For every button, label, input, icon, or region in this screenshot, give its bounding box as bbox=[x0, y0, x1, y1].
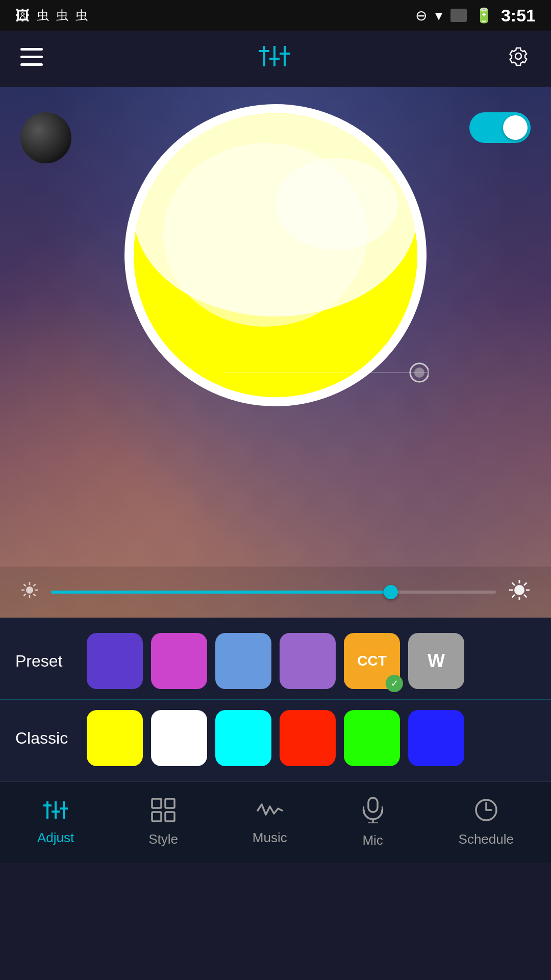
preset-white-w[interactable]: W bbox=[408, 633, 464, 689]
clock: 3:51 bbox=[501, 6, 536, 26]
svg-line-23 bbox=[24, 584, 26, 586]
svg-rect-46 bbox=[368, 798, 378, 812]
status-left-icons: 🖼 虫 虫 虫 bbox=[15, 7, 88, 24]
classic-blue[interactable] bbox=[408, 710, 464, 766]
adjust-label: Adjust bbox=[37, 830, 74, 846]
classic-green[interactable] bbox=[344, 710, 400, 766]
w-label: W bbox=[428, 650, 445, 672]
svg-rect-43 bbox=[165, 799, 174, 808]
minus-icon: ⊖ bbox=[415, 7, 427, 24]
power-toggle[interactable] bbox=[469, 112, 531, 143]
svg-line-34 bbox=[524, 582, 527, 585]
schedule-label: Schedule bbox=[459, 831, 514, 847]
black-sphere-control[interactable] bbox=[20, 112, 71, 163]
battery-icon: 🔋 bbox=[475, 7, 493, 24]
status-bar: 🖼 虫 虫 虫 ⊖ ▾ 🔋 3:51 bbox=[0, 0, 551, 31]
style-icon bbox=[151, 798, 176, 827]
brightness-slider-fill bbox=[51, 591, 398, 594]
adjust-icon bbox=[43, 799, 68, 826]
preset-label: Preset bbox=[15, 652, 77, 671]
svg-line-24 bbox=[34, 594, 36, 596]
brightness-low-icon bbox=[20, 581, 39, 603]
menu-button[interactable] bbox=[20, 46, 43, 71]
svg-point-14 bbox=[276, 158, 398, 250]
svg-point-17 bbox=[414, 368, 424, 378]
color-wheel-svg[interactable] bbox=[122, 102, 429, 408]
svg-line-35 bbox=[512, 595, 515, 598]
settings-button[interactable] bbox=[506, 44, 531, 74]
classic-red[interactable] bbox=[280, 710, 336, 766]
svg-rect-45 bbox=[165, 812, 174, 821]
svg-rect-2 bbox=[20, 63, 43, 66]
preset-magenta[interactable] bbox=[151, 633, 207, 689]
svg-point-27 bbox=[514, 585, 524, 595]
classic-row: Classic bbox=[0, 700, 551, 781]
brightness-slider-thumb[interactable] bbox=[384, 585, 398, 599]
classic-label: Classic bbox=[15, 729, 77, 748]
nav-item-style[interactable]: Style bbox=[138, 793, 188, 852]
top-toolbar bbox=[0, 31, 551, 87]
svg-rect-0 bbox=[20, 48, 43, 51]
preset-row: Preset CCT ✓ W bbox=[0, 618, 551, 700]
bug-icon-3: 虫 bbox=[76, 7, 88, 23]
cct-active-check: ✓ bbox=[386, 675, 403, 692]
equalizer-icon bbox=[259, 43, 290, 74]
status-right-icons: ⊖ ▾ 🔋 3:51 bbox=[415, 6, 536, 26]
cct-label: CCT bbox=[357, 654, 387, 668]
svg-rect-44 bbox=[152, 812, 161, 821]
color-wheel-container[interactable] bbox=[122, 102, 429, 408]
style-label: Style bbox=[148, 831, 178, 847]
schedule-icon bbox=[474, 798, 498, 827]
classic-yellow[interactable] bbox=[87, 710, 143, 766]
wifi-icon: ▾ bbox=[435, 7, 442, 24]
svg-line-26 bbox=[24, 594, 26, 596]
nav-item-mic[interactable]: Mic bbox=[352, 792, 394, 853]
classic-cyan[interactable] bbox=[215, 710, 271, 766]
svg-rect-1 bbox=[20, 56, 43, 58]
sim-icon bbox=[450, 9, 467, 22]
brightness-slider-track[interactable] bbox=[51, 591, 496, 594]
preset-cct[interactable]: CCT ✓ bbox=[344, 633, 400, 689]
preset-light-blue[interactable] bbox=[215, 633, 271, 689]
main-content bbox=[0, 87, 551, 618]
brightness-slider-area bbox=[0, 567, 551, 618]
music-label: Music bbox=[253, 830, 287, 846]
svg-line-32 bbox=[512, 582, 515, 585]
brightness-high-icon bbox=[508, 579, 531, 606]
photo-icon: 🖼 bbox=[15, 7, 30, 24]
mic-icon bbox=[362, 797, 384, 828]
music-icon bbox=[257, 799, 283, 826]
bottom-panel: Preset CCT ✓ W Classic bbox=[0, 618, 551, 781]
preset-colors: CCT ✓ W bbox=[87, 633, 536, 689]
bug-icon-1: 虫 bbox=[37, 7, 49, 23]
bug-icon-2: 虫 bbox=[56, 7, 68, 23]
bottom-nav: Adjust Style Music bbox=[0, 781, 551, 863]
nav-item-schedule[interactable]: Schedule bbox=[448, 793, 524, 852]
classic-colors bbox=[87, 710, 536, 766]
preset-lavender[interactable] bbox=[280, 633, 336, 689]
toggle-switch[interactable] bbox=[469, 112, 531, 143]
svg-line-25 bbox=[34, 584, 36, 586]
mic-label: Mic bbox=[362, 832, 383, 848]
preset-purple-dark[interactable] bbox=[87, 633, 143, 689]
nav-item-music[interactable]: Music bbox=[242, 794, 297, 851]
classic-white[interactable] bbox=[151, 710, 207, 766]
svg-point-18 bbox=[26, 586, 33, 594]
nav-item-adjust[interactable]: Adjust bbox=[27, 794, 84, 851]
svg-line-33 bbox=[524, 595, 527, 598]
svg-rect-42 bbox=[152, 799, 161, 808]
toggle-knob bbox=[503, 115, 528, 140]
